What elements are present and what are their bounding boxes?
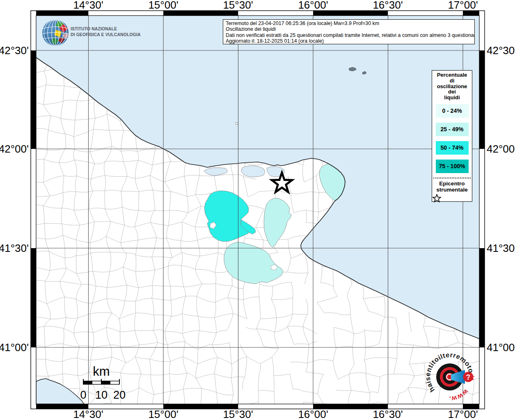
tick-right-2: 42°00' (487, 143, 515, 155)
legend-swatch-50-74: 50 - 74% (436, 141, 469, 155)
tick-left-4: 41°00' (0, 341, 29, 354)
legend-divider (433, 178, 471, 178)
ingv-line1: ISTITUTO NAZIONALE (71, 26, 141, 32)
legend-swatch-75-100: 75 - 100% (436, 160, 469, 173)
tick-top-1: 14°30' (73, 0, 103, 11)
scale-tick-0: 0 (80, 389, 86, 401)
ingv-wordmark: ISTITUTO NAZIONALE DI GEOFISICA E VULCAN… (71, 26, 141, 37)
tick-bottom-6: 17°00' (448, 408, 478, 420)
scale-bar-seg2 (101, 381, 110, 384)
island-small (236, 122, 238, 125)
ingv-line2: DI GEOFISICA E VULCANOLOGIA (71, 32, 141, 38)
tick-left-3: 41°30' (0, 242, 29, 254)
legend-title: Percentuale di oscillazione dei liquidi (432, 71, 472, 100)
tick-left-2: 42°00' (0, 143, 29, 155)
tick-top-6: 17°00' (448, 0, 478, 11)
scale-bar-seg1 (83, 381, 92, 384)
earthquake-map-page: km 0 10 20 ? haisentitoilterremoto.it ww… (0, 0, 515, 420)
tick-bottom-5: 16°30' (373, 408, 403, 420)
scale-tick-20: 20 (113, 389, 126, 401)
tick-bottom-4: 16°00' (298, 408, 328, 420)
tick-bottom-3: 15°30' (223, 408, 253, 420)
epicenter-star-icon (432, 194, 442, 203)
legend: Percentuale di oscillazione dei liquidi … (432, 70, 472, 202)
map-scene: km 0 10 20 ? haisentitoilterremoto.it ww… (0, 0, 515, 420)
tick-right-3: 41°30' (487, 242, 515, 254)
tick-top-2: 15°00' (148, 0, 178, 11)
scale-tick-10: 10 (95, 389, 108, 401)
tick-right-4: 41°00' (487, 341, 515, 354)
tick-bottom-2: 15°00' (148, 408, 178, 420)
legend-swatch-25-49: 25 - 49% (436, 123, 469, 136)
tick-bottom-1: 14°30' (73, 408, 103, 420)
event-effect-line: Oscillazione dei liquidi (226, 26, 474, 32)
tick-top-4: 16°00' (298, 0, 328, 11)
tick-right-1: 42°30' (487, 44, 515, 57)
legend-epicenter-label: Epicentro strumentale (432, 180, 472, 193)
tick-left-1: 42°30' (0, 44, 29, 57)
event-data-line: Dati non verificati estratti da 25 quest… (226, 32, 474, 38)
scale-unit-label: km (93, 364, 110, 379)
event-title-line: Terremoto del 23-04-2017 06:25:36 (ora l… (226, 21, 474, 26)
event-updated-line: Aggiornato il: 18-12-2025 01:14 (ora loc… (226, 38, 474, 44)
legend-swatch-0-24: 0 - 24% (436, 104, 469, 118)
event-info-box: Terremoto del 23-04-2017 06:25:36 (ora l… (223, 19, 475, 44)
tick-top-3: 15°30' (223, 0, 253, 11)
tick-top-5: 16°30' (373, 0, 403, 11)
